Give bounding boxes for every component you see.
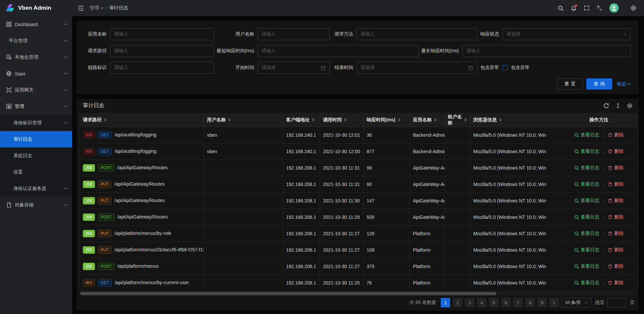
filter-rows: 应用名称请输入用户名称请输入请求方法请输入响应状态请选择请求路径请输入最短响应时… <box>85 28 631 74</box>
view-log-button[interactable]: 查看日志 <box>574 280 599 286</box>
最短响应时间(ms)-input[interactable]: 请输入 <box>258 45 419 57</box>
breadcrumb-parent[interactable]: 管理 <box>90 5 103 11</box>
settings-gear-icon[interactable] <box>628 2 639 14</box>
sidebar-item-saas[interactable]: Saas <box>0 65 72 82</box>
请求路径-input[interactable]: 请输入 <box>110 45 214 57</box>
request-path: /api/auditing/logging <box>115 148 157 154</box>
scrollbar-thumb[interactable] <box>80 292 496 295</box>
delete-button[interactable]: 删除 <box>608 263 624 269</box>
cell-client-ip: 192.168.208.1 <box>283 193 320 209</box>
请求方法-input[interactable]: 请输入 <box>357 28 477 40</box>
delete-button[interactable]: 删除 <box>608 181 624 187</box>
column-header-浏览器信息[interactable]: 浏览器信息 <box>470 113 560 127</box>
sidebar-item-设置[interactable]: 设置 <box>0 164 72 180</box>
结束时间-input[interactable]: 请选择 <box>357 62 477 74</box>
delete-button[interactable]: 删除 <box>608 165 624 171</box>
cell-user <box>204 160 283 176</box>
sort-caret-icon <box>312 118 315 122</box>
search-button[interactable]: 查询 <box>586 78 612 89</box>
page-button-5[interactable]: 5 <box>489 298 498 307</box>
page-button-6[interactable]: 6 <box>501 298 511 307</box>
view-log-button[interactable]: 查看日志 <box>574 165 599 171</box>
fullscreen-icon[interactable] <box>581 2 592 14</box>
delete-button[interactable]: 删除 <box>608 247 624 253</box>
page-button-7[interactable]: 7 <box>513 298 523 307</box>
notification-bell-icon[interactable] <box>568 2 579 14</box>
page-button-2[interactable]: 2 <box>453 298 462 307</box>
translate-icon[interactable]: 文A <box>594 2 605 14</box>
sort-caret-icon <box>499 118 502 122</box>
delete-button[interactable]: 删除 <box>608 198 624 204</box>
应用名称-input[interactable]: 请输入 <box>110 28 214 40</box>
chevron-down-icon <box>64 56 67 58</box>
next-page-button[interactable] <box>549 298 559 307</box>
sidebar-item-dashboard[interactable]: Dashboard <box>0 16 72 33</box>
include-exception-checkbox[interactable] <box>502 65 508 70</box>
menu-fold-icon[interactable] <box>75 2 87 14</box>
page-size-select[interactable]: 10 条/页 <box>561 298 591 307</box>
refresh-icon[interactable] <box>603 103 609 109</box>
响应状态-select[interactable]: 请选择 <box>502 28 631 40</box>
avatar[interactable] <box>609 3 619 13</box>
jump-to-input[interactable] <box>607 298 626 307</box>
reset-button[interactable]: 重置 <box>557 78 583 89</box>
开始时间-input[interactable]: 请选择 <box>258 62 330 74</box>
row-height-icon[interactable] <box>615 103 621 108</box>
delete-button[interactable]: 删除 <box>608 132 624 138</box>
view-log-button[interactable]: 查看日志 <box>574 181 599 187</box>
delete-button[interactable]: 删除 <box>608 231 624 237</box>
view-log-button[interactable]: 查看日志 <box>574 231 599 237</box>
app-logo[interactable]: Vben Admin <box>0 0 72 16</box>
app-title: Vben Admin <box>18 5 51 11</box>
view-log-button[interactable]: 查看日志 <box>574 214 599 220</box>
delete-button[interactable]: 删除 <box>608 214 624 220</box>
sidebar-item-身份认证服务器[interactable]: 身份认证服务器 <box>0 180 72 197</box>
column-label: 响应时间(ms) <box>367 117 395 123</box>
view-log-button[interactable]: 查看日志 <box>574 198 599 204</box>
page-button-8[interactable]: 8 <box>525 298 535 307</box>
column-header-响应时间(ms)[interactable]: 响应时间(ms) <box>364 113 410 127</box>
cell-app: Platform <box>410 226 445 242</box>
chevron-down-icon <box>64 204 67 206</box>
sidebar-item-平台管理[interactable]: 平台管理 <box>0 33 72 49</box>
cell-actions: 查看日志删除 <box>560 193 638 209</box>
链路标识-input[interactable]: 请输入 <box>110 62 214 74</box>
sidebar-item-对象存储[interactable]: 对象存储 <box>0 197 72 213</box>
column-header-客户端地址[interactable]: 客户端地址 <box>283 113 320 127</box>
sidebar-item-应用网关[interactable]: 应用网关 <box>0 82 72 98</box>
table-tools <box>603 103 633 109</box>
action-divider <box>603 281 604 286</box>
view-log-button[interactable]: 查看日志 <box>574 247 599 253</box>
cell-user <box>204 258 283 275</box>
sidebar-item-身份标识管理[interactable]: 身份标识管理 <box>0 115 72 131</box>
view-log-button[interactable]: 查看日志 <box>574 263 599 269</box>
cell-time: 2021-10-30 11:25 <box>320 275 364 291</box>
cell-time: 2021-10-30 11:27 <box>320 226 364 242</box>
page-button-9[interactable]: 9 <box>537 298 547 307</box>
delete-button[interactable]: 删除 <box>608 280 624 286</box>
column-header-应用名称[interactable]: 应用名称 <box>410 113 445 127</box>
view-log-button[interactable]: 查看日志 <box>574 148 599 154</box>
最长响应时间(ms)-input[interactable]: 请输入 <box>462 45 631 57</box>
sidebar-item-审计日志[interactable]: 审计日志 <box>0 131 72 147</box>
view-log-button[interactable]: 查看日志 <box>574 132 599 138</box>
calendar-icon <box>321 65 326 70</box>
column-header-用户名称[interactable]: 用户名称 <box>204 113 283 127</box>
collapse-link[interactable]: 收起 <box>617 81 631 87</box>
column-header-调用时间[interactable]: 调用时间 <box>320 113 364 127</box>
sidebar-item-本地化管理[interactable]: A本地化管理 <box>0 49 72 65</box>
page-button-4[interactable]: 4 <box>477 298 486 307</box>
chevron-up-icon <box>627 83 631 85</box>
page-button-3[interactable]: 3 <box>465 298 474 307</box>
method-badge: PUT <box>98 230 111 237</box>
cell-duration: 76 <box>364 275 410 291</box>
sidebar-item-系统日志[interactable]: 系统日志 <box>0 147 72 164</box>
page-button-1[interactable]: 1 <box>441 298 450 307</box>
column-settings-icon[interactable] <box>627 103 633 109</box>
column-header-请求路径[interactable]: 请求路径 <box>80 113 204 127</box>
sidebar-item-管理[interactable]: 管理 <box>0 98 72 115</box>
delete-button[interactable]: 删除 <box>608 148 624 154</box>
search-icon[interactable] <box>555 2 566 14</box>
用户名称-input[interactable]: 请输入 <box>258 28 330 40</box>
column-header-租户名称[interactable]: 租户名称 <box>445 113 470 127</box>
